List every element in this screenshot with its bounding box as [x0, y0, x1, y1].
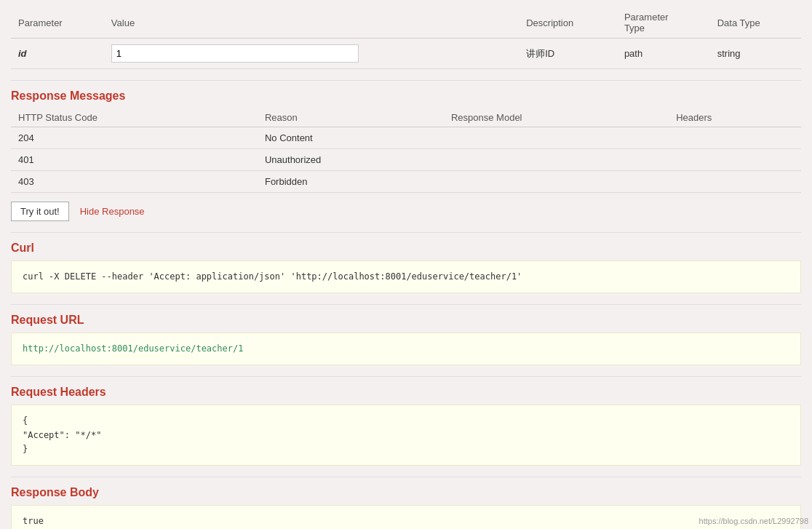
main-container: Parameter Value Description Parameter Ty… [0, 0, 812, 529]
table-row: 401 Unauthorized [11, 149, 801, 171]
response-body-title: Response Body [11, 486, 801, 499]
curl-code-block: curl -X DELETE --header 'Accept: applica… [11, 260, 801, 293]
response-col-model: Response Model [444, 108, 669, 127]
param-value-cell [104, 39, 519, 69]
col-header-value: Value [104, 7, 519, 39]
response-status-401: 401 [11, 149, 258, 171]
param-description: 讲师ID [519, 39, 617, 69]
request-headers-block: { "Accept": "*/*" } [11, 405, 801, 466]
response-messages-title: Response Messages [11, 90, 801, 103]
param-value-input[interactable] [111, 44, 359, 63]
hide-response-link[interactable]: Hide Response [80, 206, 145, 217]
headers-line-2: "Accept": "*/*" [23, 429, 789, 442]
watermark: https://blog.csdn.net/L2992798 [699, 517, 808, 525]
response-messages-table: HTTP Status Code Reason Response Model H… [11, 108, 801, 193]
response-model-401 [444, 149, 669, 171]
response-headers-403 [669, 171, 801, 193]
col-header-data-type: Data Type [710, 7, 801, 39]
response-status-204: 204 [11, 127, 258, 149]
request-headers-title: Request Headers [11, 386, 801, 399]
col-header-description: Description [519, 7, 617, 39]
response-col-headers: Headers [669, 108, 801, 127]
response-headers-204 [669, 127, 801, 149]
response-col-status: HTTP Status Code [11, 108, 258, 127]
response-col-reason: Reason [258, 108, 444, 127]
curl-content: curl -X DELETE --header 'Accept: applica… [23, 271, 522, 282]
response-reason-401: Unauthorized [258, 149, 444, 171]
response-model-204 [444, 127, 669, 149]
col-header-param-type: Parameter Type [617, 7, 710, 39]
request-url-block: http://localhost:8001/eduservice/teacher… [11, 333, 801, 365]
headers-line-3: } [23, 442, 789, 456]
response-reason-403: Forbidden [258, 171, 444, 193]
response-model-403 [444, 171, 669, 193]
curl-title: Curl [11, 242, 801, 255]
param-name: id [11, 39, 104, 69]
divider-1 [11, 80, 801, 81]
response-body-content: true [23, 516, 44, 526]
divider-3 [11, 304, 801, 305]
divider-5 [11, 477, 801, 477]
action-row: Try it out! Hide Response [11, 202, 801, 221]
response-status-403: 403 [11, 171, 258, 193]
request-url-title: Request URL [11, 314, 801, 327]
divider-4 [11, 376, 801, 377]
table-row: id 讲师ID path string [11, 39, 801, 69]
table-row: 204 No Content [11, 127, 801, 149]
param-type: path [617, 39, 710, 69]
response-reason-204: No Content [258, 127, 444, 149]
headers-line-1: { [23, 414, 789, 428]
request-url-content: http://localhost:8001/eduservice/teacher… [23, 343, 243, 354]
param-data-type: string [710, 39, 801, 69]
response-body-block: true [11, 505, 801, 529]
try-it-out-button[interactable]: Try it out! [11, 202, 69, 221]
response-headers-401 [669, 149, 801, 171]
parameters-table: Parameter Value Description Parameter Ty… [11, 7, 801, 69]
divider-2 [11, 232, 801, 233]
col-header-parameter: Parameter [11, 7, 104, 39]
table-row: 403 Forbidden [11, 171, 801, 193]
